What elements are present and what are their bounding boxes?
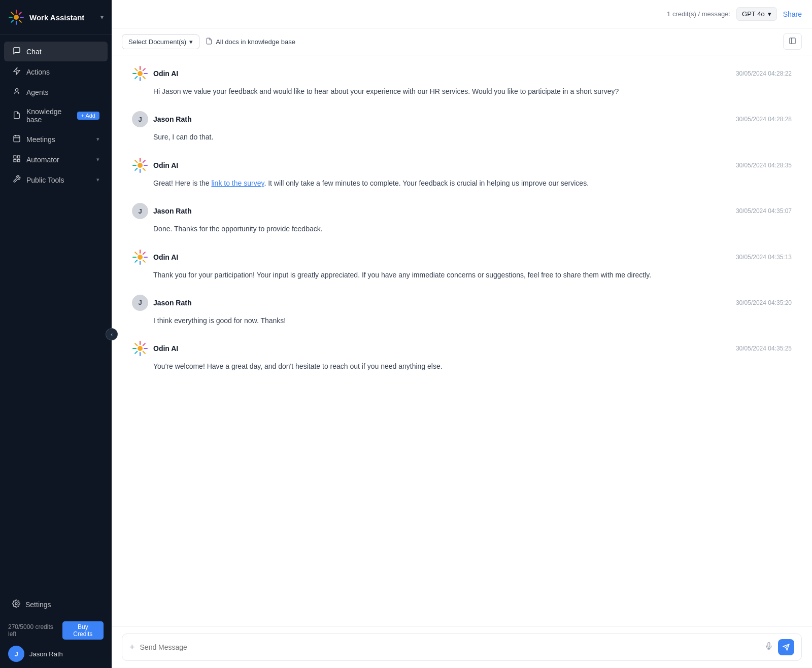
svg-line-29 — [143, 68, 145, 71]
sidebar-nav: Chat Actions Agents Knowledge base + Add — [0, 35, 112, 594]
credits-per-message: 1 credit(s) / message: — [667, 10, 730, 18]
message-time: 30/05/2024 04:28:35 — [736, 162, 792, 169]
sidebar-item-automator[interactable]: Automator ▾ — [4, 150, 108, 169]
svg-line-27 — [135, 68, 137, 71]
user-avatar: J — [8, 646, 24, 662]
message-time: 30/05/2024 04:35:25 — [736, 345, 792, 352]
message-block: Odin AI30/05/2024 04:28:22Hi Jason we va… — [132, 65, 792, 97]
microphone-button[interactable] — [765, 642, 773, 653]
sidebar-item-label-public-tools: Public Tools — [26, 176, 91, 184]
svg-point-19 — [15, 603, 17, 605]
message-sender: JJason Rath — [132, 203, 191, 219]
send-message-button[interactable] — [778, 639, 794, 655]
message-sender: JJason Rath — [132, 295, 191, 311]
chat-area: Odin AI30/05/2024 04:28:22Hi Jason we va… — [112, 55, 812, 626]
message-header: Odin AI30/05/2024 04:35:25 — [132, 340, 792, 357]
sidebar-title: Work Assistant — [29, 13, 84, 22]
svg-point-0 — [14, 15, 19, 20]
message-block: Odin AI30/05/2024 04:35:13Thank you for … — [132, 249, 792, 280]
agents-icon — [12, 87, 21, 97]
message-input[interactable] — [140, 643, 760, 651]
sender-name: Odin AI — [153, 161, 178, 169]
sidebar-item-label-meetings: Meetings — [26, 135, 91, 144]
sidebar-item-meetings[interactable]: Meetings ▾ — [4, 129, 108, 149]
svg-line-46 — [143, 260, 145, 262]
message-time: 30/05/2024 04:28:28 — [736, 116, 792, 123]
model-label: GPT 4o — [742, 10, 765, 18]
meetings-icon — [12, 134, 21, 144]
message-body: Great! Here is the link to the survey. I… — [132, 178, 792, 189]
survey-link[interactable]: link to the survey — [211, 179, 264, 187]
sender-name: Odin AI — [153, 344, 178, 353]
sidebar-footer: 270/5000 credits left Buy Credits J Jaso… — [0, 615, 112, 668]
svg-point-49 — [138, 346, 143, 351]
main-content: 1 credit(s) / message: GPT 4o ▾ Share Se… — [112, 0, 812, 668]
svg-line-57 — [135, 351, 137, 354]
sidebar-brand[interactable]: Work Assistant — [8, 9, 84, 25]
public-tools-icon — [12, 175, 21, 185]
sidebar-item-label-actions: Actions — [26, 68, 99, 76]
message-time: 30/05/2024 04:35:20 — [736, 299, 792, 306]
message-body: I think everything is good for now. Than… — [132, 315, 792, 326]
message-block: JJason Rath30/05/2024 04:35:20I think ev… — [132, 295, 792, 326]
message-input-container: + — [122, 634, 802, 661]
add-badge[interactable]: + Add — [77, 112, 99, 120]
message-time: 30/05/2024 04:28:22 — [736, 70, 792, 77]
automator-chevron-icon: ▾ — [96, 156, 99, 163]
odin-logo-icon — [8, 9, 24, 25]
message-sender: Odin AI — [132, 340, 178, 357]
svg-line-5 — [11, 12, 13, 14]
message-header: JJason Rath30/05/2024 04:35:07 — [132, 203, 792, 219]
message-block: Odin AI30/05/2024 04:28:35Great! Here is… — [132, 157, 792, 189]
topbar: 1 credit(s) / message: GPT 4o ▾ Share — [112, 0, 812, 28]
svg-line-47 — [143, 252, 145, 254]
user-avatar: J — [132, 203, 148, 219]
message-sender: Odin AI — [132, 65, 178, 82]
user-avatar: J — [132, 295, 148, 311]
user-row[interactable]: J Jason Rath — [8, 646, 104, 662]
message-block: JJason Rath30/05/2024 04:28:28Sure, I ca… — [132, 111, 792, 143]
sidebar-item-knowledge[interactable]: Knowledge base + Add — [4, 102, 108, 129]
sidebar-item-agents[interactable]: Agents — [4, 82, 108, 102]
add-attachment-button[interactable]: + — [129, 642, 135, 653]
user-name: Jason Rath — [29, 650, 63, 658]
svg-line-6 — [19, 20, 21, 22]
sidebar-item-actions[interactable]: Actions — [4, 62, 108, 82]
message-header: Odin AI30/05/2024 04:28:35 — [132, 157, 792, 173]
svg-point-22 — [138, 71, 143, 76]
select-document-button[interactable]: Select Document(s) ▾ — [122, 34, 199, 49]
sender-name: Jason Rath — [153, 299, 191, 307]
message-sender: Odin AI — [132, 157, 178, 173]
doc-bar: Select Document(s) ▾ All docs in knowled… — [112, 28, 812, 55]
message-body: Hi Jason we value your feedback and woul… — [132, 86, 792, 97]
message-sender: Odin AI — [132, 249, 178, 265]
message-sender: JJason Rath — [132, 111, 191, 127]
buy-credits-button[interactable]: Buy Credits — [62, 621, 104, 640]
model-chevron-icon: ▾ — [768, 10, 771, 18]
sidebar-item-chat[interactable]: Chat — [4, 42, 108, 61]
svg-line-54 — [135, 343, 137, 345]
svg-line-36 — [135, 160, 137, 162]
message-header: JJason Rath30/05/2024 04:28:28 — [132, 111, 792, 127]
svg-line-7 — [19, 12, 21, 14]
sender-name: Odin AI — [153, 69, 178, 78]
actions-icon — [12, 67, 21, 77]
knowledge-icon — [12, 111, 21, 121]
collapse-sidebar-button[interactable]: ‹ — [106, 328, 118, 340]
svg-line-37 — [143, 168, 145, 170]
sidebar-item-label-knowledge: Knowledge base — [26, 108, 72, 124]
svg-rect-17 — [14, 159, 16, 162]
model-selector[interactable]: GPT 4o ▾ — [736, 7, 777, 21]
sidebar-chevron-icon[interactable]: ▾ — [100, 14, 104, 21]
svg-line-55 — [143, 351, 145, 354]
message-body: Thank you for your participation! Your i… — [132, 269, 792, 280]
chat-icon — [12, 47, 21, 56]
sender-name: Jason Rath — [153, 115, 191, 123]
svg-line-45 — [135, 252, 137, 254]
share-button[interactable]: Share — [783, 10, 802, 18]
sidebar-item-settings[interactable]: Settings — [4, 594, 108, 614]
layout-toggle-button[interactable] — [783, 33, 802, 50]
sidebar-item-public-tools[interactable]: Public Tools ▾ — [4, 170, 108, 190]
public-tools-chevron-icon: ▾ — [96, 177, 99, 183]
credits-text: 270/5000 credits left — [8, 623, 62, 638]
